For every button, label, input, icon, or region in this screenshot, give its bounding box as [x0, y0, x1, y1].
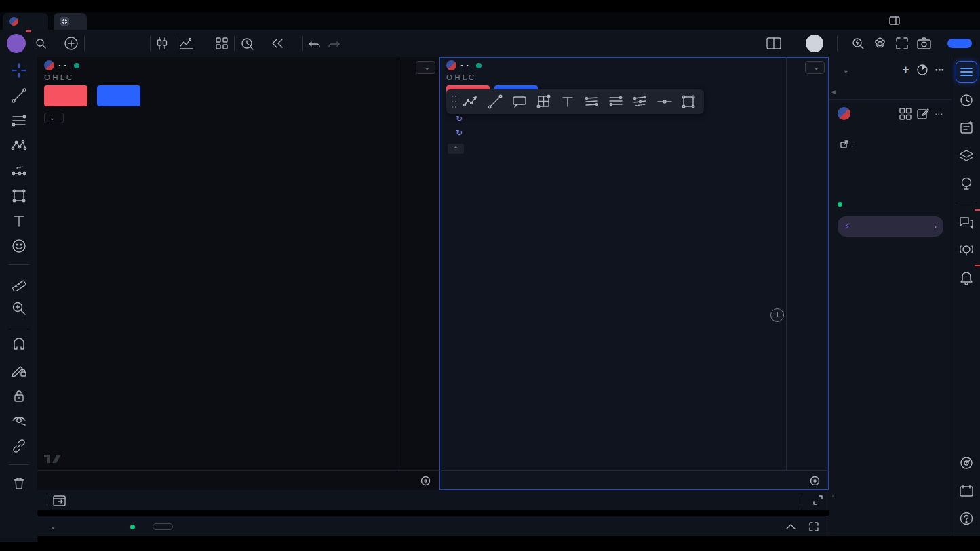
footer-tab-screener[interactable]: ⌄	[45, 523, 56, 530]
magnet-tool-icon[interactable]	[11, 338, 27, 354]
trend-line-tool-icon[interactable]	[11, 87, 27, 104]
tf-1d[interactable]	[131, 41, 138, 45]
projection-tool-icon[interactable]	[11, 163, 27, 179]
sidebar-data-window-button[interactable]	[956, 453, 977, 473]
price-axis[interactable]	[786, 57, 829, 471]
candles-style-icon[interactable]	[156, 37, 168, 50]
text-tool-icon[interactable]	[561, 95, 574, 108]
go-to-date-calendar-icon[interactable]	[53, 494, 66, 506]
side-panel-icon[interactable]	[889, 16, 900, 26]
time-axis[interactable]	[439, 470, 829, 490]
camera-snapshot-icon[interactable]	[917, 37, 931, 49]
currency-selector[interactable]: ⌄	[416, 61, 435, 74]
external-link-icon[interactable]	[840, 140, 848, 148]
undo-icon[interactable]	[309, 38, 321, 49]
price-axis[interactable]	[397, 57, 439, 471]
user-avatar[interactable]	[7, 34, 26, 53]
symbol-menu-icon[interactable]: ⋯	[935, 109, 943, 119]
collapsed-indicators-button[interactable]: ⌄	[44, 113, 64, 123]
pattern-grid-tool-icon[interactable]	[536, 94, 552, 110]
tab-heatmap[interactable]	[54, 13, 87, 30]
sidebar-chat-button[interactable]	[956, 212, 977, 232]
quick-search-icon[interactable]	[851, 37, 865, 50]
indicators-button[interactable]	[180, 37, 207, 49]
sidebar-help-button[interactable]	[956, 508, 977, 529]
footer-tab-paper-trading[interactable]	[126, 522, 135, 531]
tf-15m[interactable]	[104, 41, 111, 45]
rectangle-tool-icon[interactable]	[681, 94, 696, 109]
collapse-indicators-button[interactable]: ⌃	[448, 144, 464, 154]
ema50-legend[interactable]: ↻	[448, 114, 467, 123]
trend-line-tool-icon[interactable]	[488, 94, 503, 109]
maximize-panel-icon[interactable]	[808, 521, 819, 532]
horizontal-line-tool-icon[interactable]	[656, 98, 673, 106]
add-symbol-icon[interactable]	[64, 36, 79, 51]
axis-settings-gear-icon[interactable]	[420, 475, 431, 487]
sidebar-streams-button[interactable]	[956, 240, 977, 260]
measure-ruler-tool-icon[interactable]	[11, 275, 27, 291]
parallel-lines-tool-icon[interactable]	[608, 94, 624, 109]
sidebar-object-tree-button[interactable]	[956, 146, 977, 166]
sidebar-alerts-button[interactable]	[956, 90, 977, 110]
buy-button[interactable]	[97, 85, 140, 106]
chart-panel-right[interactable]: · · O H L C	[439, 57, 829, 490]
drag-handle-icon[interactable]	[450, 94, 457, 109]
polyline-tool-icon[interactable]	[463, 94, 479, 109]
chevron-down-icon[interactable]: ⌄	[843, 66, 848, 74]
tf-1h[interactable]	[117, 41, 124, 45]
fullscreen-icon[interactable]	[895, 37, 909, 50]
zoom-in-tool-icon[interactable]	[11, 300, 27, 317]
watchlist-collapse-handle[interactable]: ◄	[830, 88, 837, 96]
sell-button[interactable]	[44, 85, 87, 106]
tab-nzdusd[interactable]	[3, 13, 48, 30]
hide-drawings-icon[interactable]	[11, 413, 27, 429]
tf-1m[interactable]	[90, 41, 97, 45]
sidebar-calendar-button[interactable]	[956, 481, 977, 501]
crosshair-tool-icon[interactable]	[11, 62, 27, 79]
symbol-full-name[interactable]: ·	[838, 127, 943, 153]
add-symbol-icon[interactable]: +	[903, 63, 909, 77]
ema100-legend[interactable]: ↻	[448, 128, 467, 138]
drawing-lock-edit-icon[interactable]	[11, 363, 27, 379]
settings-gear-icon[interactable]	[873, 37, 887, 51]
chart-title[interactable]: · ·	[58, 60, 67, 70]
redo-icon[interactable]	[328, 38, 340, 49]
text-tool-icon[interactable]	[11, 213, 27, 229]
sidebar-notes-button[interactable]	[956, 118, 977, 138]
lock-all-tool-icon[interactable]	[11, 388, 27, 404]
sidebar-notifications-button[interactable]	[956, 268, 977, 288]
publish-button[interactable]	[947, 39, 972, 48]
chart-title[interactable]: · ·	[460, 60, 469, 70]
callout-tool-icon[interactable]	[512, 95, 527, 108]
layout-select-icon[interactable]	[766, 37, 781, 49]
panel-handle[interactable]: ›	[831, 492, 834, 499]
sidebar-ideas-button[interactable]	[956, 174, 977, 194]
shapes-tool-icon[interactable]	[11, 188, 27, 204]
panel-resize-icon[interactable]	[812, 495, 823, 506]
alert-button[interactable]	[240, 37, 260, 50]
templates-grid-icon[interactable]	[215, 37, 229, 50]
sidebar-watchlist-button[interactable]	[956, 61, 977, 83]
performance-pie-icon[interactable]	[916, 64, 928, 76]
layout-grid-icon[interactable]	[899, 108, 912, 120]
fib-retracement-tool-icon[interactable]	[584, 94, 600, 109]
currency-selector[interactable]: ⌄	[805, 61, 825, 74]
compose-note-icon[interactable]	[917, 108, 929, 120]
crosshair-add-order-icon[interactable]: +	[770, 308, 784, 322]
chart-panel-left[interactable]: · · O H L C	[37, 57, 439, 490]
time-axis[interactable]	[37, 470, 439, 490]
trade-button[interactable]	[153, 523, 173, 530]
news-headline-pill[interactable]: ⚡ ›	[838, 216, 943, 237]
watchlist-menu-icon[interactable]: ⋯	[935, 64, 945, 75]
axis-settings-gear-icon[interactable]	[809, 475, 821, 487]
fib-channel-tool-icon[interactable]	[632, 94, 648, 109]
collapse-panel-chevron-icon[interactable]	[785, 523, 796, 530]
sync-drawings-link-icon[interactable]	[11, 438, 27, 454]
replay-button[interactable]	[271, 39, 297, 48]
account-avatar[interactable]	[806, 35, 823, 52]
emoji-tool-icon[interactable]	[11, 238, 27, 254]
remove-drawings-trash-icon[interactable]	[11, 475, 27, 491]
pattern-xabcd-tool-icon[interactable]	[11, 138, 27, 154]
floating-drawing-toolbar[interactable]	[446, 89, 704, 114]
fib-retracement-tool-icon[interactable]	[11, 113, 27, 129]
